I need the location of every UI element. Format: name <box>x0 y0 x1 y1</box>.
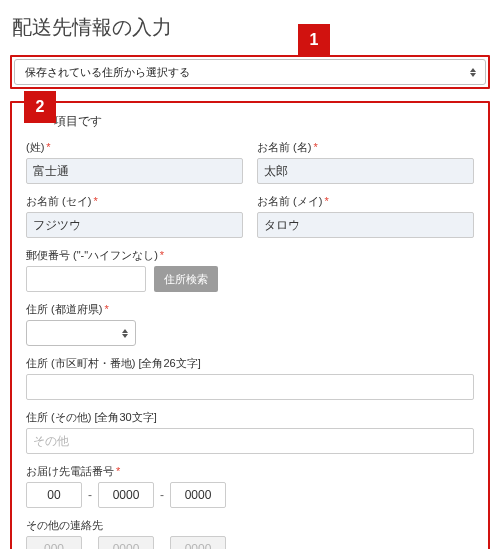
phone-3-input[interactable] <box>170 482 226 508</box>
dash-icon: - <box>160 542 164 549</box>
callout-badge-2: 2 <box>24 91 56 123</box>
pref-select[interactable] <box>26 320 136 346</box>
dash-icon: - <box>160 488 164 502</box>
addr-other-label: 住所 (その他) [全角30文字] <box>26 410 474 425</box>
form-frame: 項目です (姓)* お名前 (名)* お名前 (セイ)* <box>10 101 490 549</box>
kana-sei-label: お名前 (セイ)* <box>26 194 243 209</box>
alt-phone-3-input[interactable] <box>170 536 226 549</box>
name-mei-label: お名前 (名)* <box>257 140 474 155</box>
phone-2-input[interactable] <box>98 482 154 508</box>
zip-search-button[interactable]: 住所検索 <box>154 266 218 292</box>
alt-contact-label: その他の連絡先 <box>26 518 474 533</box>
alt-phone-2-input[interactable] <box>98 536 154 549</box>
page-title: 配送先情報の入力 <box>12 14 490 41</box>
city-label: 住所 (市区町村・番地) [全角26文字] <box>26 356 474 371</box>
name-mei-input[interactable] <box>257 158 474 184</box>
zip-label: 郵便番号 ("-"ハイフンなし)* <box>26 248 474 263</box>
updown-icon <box>121 327 129 339</box>
phone-1-input[interactable] <box>26 482 82 508</box>
kana-mei-input[interactable] <box>257 212 474 238</box>
dash-icon: - <box>88 488 92 502</box>
city-input[interactable] <box>26 374 474 400</box>
addr-other-input[interactable] <box>26 428 474 454</box>
phone-label: お届け先電話番号* <box>26 464 474 479</box>
kana-sei-input[interactable] <box>26 212 243 238</box>
saved-address-select[interactable]: 保存されている住所から選択する <box>14 59 486 85</box>
dash-icon: - <box>88 542 92 549</box>
name-sei-label: (姓)* <box>26 140 243 155</box>
required-note: 項目です <box>54 113 474 130</box>
updown-icon <box>469 66 477 78</box>
name-sei-input[interactable] <box>26 158 243 184</box>
alt-phone-1-input[interactable] <box>26 536 82 549</box>
zip-input[interactable] <box>26 266 146 292</box>
saved-address-select-frame: 保存されている住所から選択する <box>10 55 490 89</box>
pref-label: 住所 (都道府県)* <box>26 302 474 317</box>
kana-mei-label: お名前 (メイ)* <box>257 194 474 209</box>
callout-badge-1: 1 <box>298 24 330 56</box>
saved-address-select-label: 保存されている住所から選択する <box>25 65 190 80</box>
